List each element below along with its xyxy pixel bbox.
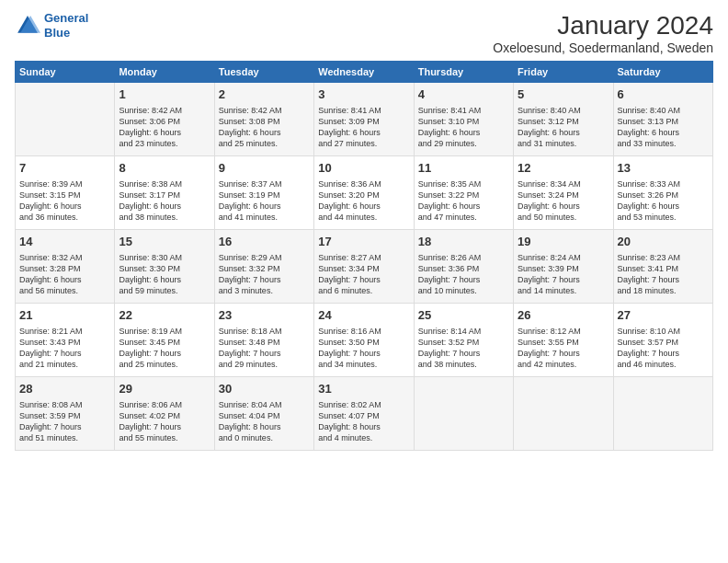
day-number: 1 <box>119 86 210 103</box>
day-number: 31 <box>318 381 409 397</box>
day-info-line: Sunrise: 8:41 AM <box>418 105 509 116</box>
day-info-line: Sunset: 3:15 PM <box>19 190 110 201</box>
day-info-line: Daylight: 6 hours <box>19 201 110 212</box>
day-info-line: Daylight: 7 hours <box>219 348 310 359</box>
cell-1-5: 4Sunrise: 8:41 AMSunset: 3:10 PMDaylight… <box>414 83 513 156</box>
day-info-line: and 53 minutes. <box>618 212 709 223</box>
col-header-friday: Friday <box>514 62 613 83</box>
day-number: 27 <box>618 307 709 324</box>
day-info-line: Daylight: 7 hours <box>318 274 409 285</box>
day-number: 4 <box>418 86 509 103</box>
day-info-line: Sunrise: 8:27 AM <box>318 252 409 263</box>
cell-5-2: 29Sunrise: 8:06 AMSunset: 4:02 PMDayligh… <box>115 377 214 451</box>
day-number: 21 <box>19 307 110 324</box>
page: General Blue January 2024 Oxeloesund, So… <box>0 0 728 563</box>
cell-1-1 <box>16 83 115 156</box>
day-info-line: Sunset: 3:34 PM <box>318 263 409 274</box>
day-info-line: Sunrise: 8:40 AM <box>518 105 609 116</box>
day-info-line: Daylight: 7 hours <box>618 348 709 359</box>
day-info-line: Sunset: 3:22 PM <box>418 190 509 201</box>
day-info-line: Sunrise: 8:18 AM <box>219 326 310 337</box>
cell-4-2: 22Sunrise: 8:19 AMSunset: 3:45 PMDayligh… <box>115 304 214 377</box>
logo-line2: Blue <box>44 26 70 40</box>
day-number: 19 <box>518 234 609 250</box>
day-number: 30 <box>219 381 310 397</box>
day-number: 5 <box>518 86 609 103</box>
day-info-line: Sunset: 3:28 PM <box>19 263 110 274</box>
day-info-line: Sunrise: 8:33 AM <box>618 178 709 190</box>
day-info-line: Sunset: 3:30 PM <box>119 263 210 274</box>
day-info-line: Daylight: 7 hours <box>19 348 110 359</box>
day-info-line: Sunset: 3:55 PM <box>518 337 609 348</box>
week-row-3: 14Sunrise: 8:32 AMSunset: 3:28 PMDayligh… <box>16 230 713 304</box>
day-info-line: Sunset: 4:07 PM <box>318 410 409 421</box>
day-number: 29 <box>119 381 210 397</box>
main-title: January 2024 <box>493 11 713 40</box>
day-info-line: Sunset: 3:39 PM <box>518 263 609 274</box>
day-info-line: Daylight: 6 hours <box>318 127 409 138</box>
cell-3-6: 19Sunrise: 8:24 AMSunset: 3:39 PMDayligh… <box>514 230 613 304</box>
calendar-header-row: SundayMondayTuesdayWednesdayThursdayFrid… <box>16 62 713 83</box>
day-number: 26 <box>518 307 609 324</box>
day-info-line: Sunset: 3:13 PM <box>618 116 709 127</box>
day-info-line: Daylight: 6 hours <box>518 127 609 138</box>
day-info-line: Sunset: 3:06 PM <box>119 116 210 127</box>
day-info-line: Sunrise: 8:37 AM <box>219 178 310 190</box>
cell-2-4: 10Sunrise: 8:36 AMSunset: 3:20 PMDayligh… <box>314 156 414 230</box>
day-info-line: Sunset: 3:12 PM <box>518 116 609 127</box>
day-info-line: and 42 minutes. <box>518 359 609 370</box>
col-header-monday: Monday <box>115 62 214 83</box>
day-info-line: and 38 minutes. <box>418 359 509 370</box>
day-info-line: Sunset: 3:45 PM <box>119 337 210 348</box>
day-info-line: and 55 minutes. <box>119 432 210 443</box>
day-info-line: Daylight: 7 hours <box>219 274 310 285</box>
day-info-line: Sunrise: 8:38 AM <box>119 178 210 190</box>
day-info-line: and 3 minutes. <box>219 285 310 296</box>
day-info-line: Sunrise: 8:08 AM <box>19 399 110 410</box>
day-number: 25 <box>418 307 509 324</box>
day-info-line: and 14 minutes. <box>518 285 609 296</box>
cell-4-4: 24Sunrise: 8:16 AMSunset: 3:50 PMDayligh… <box>314 304 414 377</box>
title-block: January 2024 Oxeloesund, Soedermanland, … <box>493 11 713 55</box>
day-info-line: and 51 minutes. <box>19 432 110 443</box>
day-info-line: and 44 minutes. <box>318 212 409 223</box>
day-info-line: Sunset: 3:36 PM <box>418 263 509 274</box>
day-info-line: and 27 minutes. <box>318 138 409 149</box>
day-number: 2 <box>219 86 310 103</box>
day-info-line: Sunset: 3:41 PM <box>618 263 709 274</box>
cell-4-7: 27Sunrise: 8:10 AMSunset: 3:57 PMDayligh… <box>613 304 712 377</box>
day-info-line: Sunrise: 8:21 AM <box>19 326 110 337</box>
day-info-line: Sunset: 3:26 PM <box>618 190 709 201</box>
cell-1-7: 6Sunrise: 8:40 AMSunset: 3:13 PMDaylight… <box>613 83 712 156</box>
day-info-line: and 47 minutes. <box>418 212 509 223</box>
cell-2-3: 9Sunrise: 8:37 AMSunset: 3:19 PMDaylight… <box>214 156 313 230</box>
calendar-table: SundayMondayTuesdayWednesdayThursdayFrid… <box>15 61 713 451</box>
day-number: 18 <box>418 234 509 250</box>
day-info-line: Sunrise: 8:34 AM <box>518 178 609 190</box>
day-info-line: Daylight: 7 hours <box>418 274 509 285</box>
cell-5-4: 31Sunrise: 8:02 AMSunset: 4:07 PMDayligh… <box>314 377 414 451</box>
cell-1-3: 2Sunrise: 8:42 AMSunset: 3:08 PMDaylight… <box>214 83 313 156</box>
col-header-thursday: Thursday <box>414 62 513 83</box>
day-info-line: Daylight: 6 hours <box>418 127 509 138</box>
day-number: 22 <box>119 307 210 324</box>
day-info-line: Sunset: 3:59 PM <box>19 410 110 421</box>
col-header-tuesday: Tuesday <box>214 62 313 83</box>
day-info-line: Sunrise: 8:42 AM <box>219 105 310 116</box>
day-info-line: Daylight: 6 hours <box>119 127 210 138</box>
day-info-line: and 25 minutes. <box>119 359 210 370</box>
day-info-line: Sunrise: 8:36 AM <box>318 178 409 190</box>
cell-4-5: 25Sunrise: 8:14 AMSunset: 3:52 PMDayligh… <box>414 304 513 377</box>
header: General Blue January 2024 Oxeloesund, So… <box>15 11 713 55</box>
day-info-line: and 29 minutes. <box>219 359 310 370</box>
day-info-line: Sunrise: 8:42 AM <box>119 105 210 116</box>
col-header-saturday: Saturday <box>613 62 712 83</box>
day-info-line: Sunset: 3:52 PM <box>418 337 509 348</box>
day-info-line: Sunrise: 8:35 AM <box>418 178 509 190</box>
day-info-line: Daylight: 8 hours <box>219 421 310 432</box>
day-info-line: Sunrise: 8:06 AM <box>119 399 210 410</box>
day-info-line: Sunrise: 8:24 AM <box>518 252 609 263</box>
day-number: 8 <box>119 160 210 177</box>
day-info-line: Sunrise: 8:14 AM <box>418 326 509 337</box>
day-info-line: and 41 minutes. <box>219 212 310 223</box>
